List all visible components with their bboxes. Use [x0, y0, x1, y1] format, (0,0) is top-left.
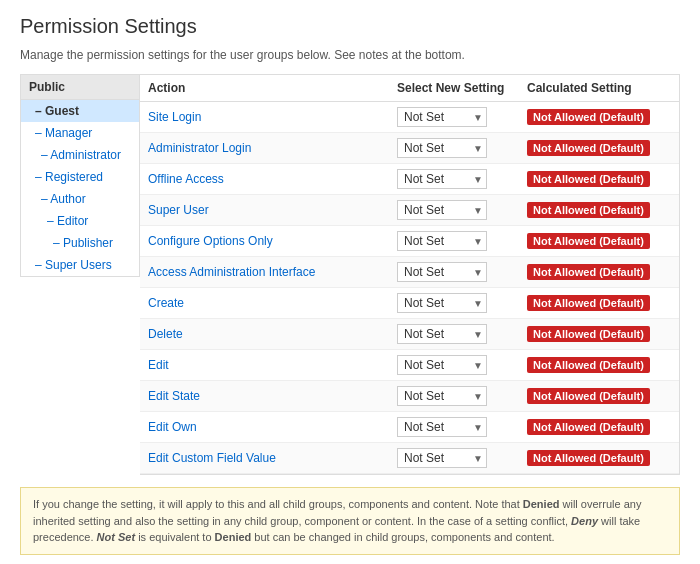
notice-box: If you change the setting, it will apply… — [20, 487, 680, 555]
calculated-setting: Not Allowed (Default) — [519, 226, 679, 257]
select-cell: Not SetInheritedAllowedDenied▼ — [389, 226, 519, 257]
select-cell: Not SetInheritedAllowedDenied▼ — [389, 288, 519, 319]
setting-select[interactable]: Not SetInheritedAllowedDenied — [397, 293, 487, 313]
select-cell: Not SetInheritedAllowedDenied▼ — [389, 257, 519, 288]
select-cell: Not SetInheritedAllowedDenied▼ — [389, 319, 519, 350]
column-header-0: Action — [140, 75, 389, 102]
sidebar-item-superusers[interactable]: – Super Users — [21, 254, 139, 276]
table-row: Edit StateNot SetInheritedAllowedDenied▼… — [140, 381, 679, 412]
select-cell: Not SetInheritedAllowedDenied▼ — [389, 164, 519, 195]
calculated-setting: Not Allowed (Default) — [519, 319, 679, 350]
sidebar-item-editor[interactable]: – Editor — [21, 210, 139, 232]
setting-select[interactable]: Not SetInheritedAllowedDenied — [397, 324, 487, 344]
sidebar-header: Public — [21, 75, 139, 100]
content-area: ActionSelect New SettingCalculated Setti… — [140, 74, 680, 475]
not-allowed-badge: Not Allowed (Default) — [527, 140, 650, 156]
action-label: Administrator Login — [140, 133, 389, 164]
select-cell: Not SetInheritedAllowedDenied▼ — [389, 195, 519, 226]
table-row: Edit Custom Field ValueNot SetInheritedA… — [140, 443, 679, 474]
not-allowed-badge: Not Allowed (Default) — [527, 450, 650, 466]
column-header-2: Calculated Setting — [519, 75, 679, 102]
not-allowed-badge: Not Allowed (Default) — [527, 357, 650, 373]
not-allowed-badge: Not Allowed (Default) — [527, 419, 650, 435]
permissions-table: ActionSelect New SettingCalculated Setti… — [140, 75, 679, 474]
setting-select[interactable]: Not SetInheritedAllowedDenied — [397, 262, 487, 282]
not-allowed-badge: Not Allowed (Default) — [527, 233, 650, 249]
not-allowed-badge: Not Allowed (Default) — [527, 388, 650, 404]
calculated-setting: Not Allowed (Default) — [519, 412, 679, 443]
calculated-setting: Not Allowed (Default) — [519, 350, 679, 381]
table-row: Administrator LoginNot SetInheritedAllow… — [140, 133, 679, 164]
column-header-1: Select New Setting — [389, 75, 519, 102]
main-layout: Public – Guest– Manager– Administrator– … — [20, 74, 680, 475]
sidebar-item-administrator[interactable]: – Administrator — [21, 144, 139, 166]
calculated-setting: Not Allowed (Default) — [519, 195, 679, 226]
action-label: Site Login — [140, 102, 389, 133]
calculated-setting: Not Allowed (Default) — [519, 102, 679, 133]
setting-select[interactable]: Not SetInheritedAllowedDenied — [397, 107, 487, 127]
select-cell: Not SetInheritedAllowedDenied▼ — [389, 133, 519, 164]
sidebar-item-manager[interactable]: – Manager — [21, 122, 139, 144]
action-label: Create — [140, 288, 389, 319]
setting-select[interactable]: Not SetInheritedAllowedDenied — [397, 386, 487, 406]
calculated-setting: Not Allowed (Default) — [519, 381, 679, 412]
calculated-setting: Not Allowed (Default) — [519, 164, 679, 195]
sidebar-item-author[interactable]: – Author — [21, 188, 139, 210]
table-row: EditNot SetInheritedAllowedDenied▼Not Al… — [140, 350, 679, 381]
setting-select[interactable]: Not SetInheritedAllowedDenied — [397, 200, 487, 220]
setting-select[interactable]: Not SetInheritedAllowedDenied — [397, 355, 487, 375]
page-description: Manage the permission settings for the u… — [20, 48, 680, 62]
not-allowed-badge: Not Allowed (Default) — [527, 264, 650, 280]
sidebar: Public – Guest– Manager– Administrator– … — [20, 74, 140, 277]
calculated-setting: Not Allowed (Default) — [519, 257, 679, 288]
page-container: Permission Settings Manage the permissio… — [0, 0, 700, 564]
table-row: DeleteNot SetInheritedAllowedDenied▼Not … — [140, 319, 679, 350]
action-label: Access Administration Interface — [140, 257, 389, 288]
table-row: Super UserNot SetInheritedAllowedDenied▼… — [140, 195, 679, 226]
table-row: Offline AccessNot SetInheritedAllowedDen… — [140, 164, 679, 195]
setting-select[interactable]: Not SetInheritedAllowedDenied — [397, 138, 487, 158]
select-cell: Not SetInheritedAllowedDenied▼ — [389, 381, 519, 412]
table-row: Edit OwnNot SetInheritedAllowedDenied▼No… — [140, 412, 679, 443]
select-cell: Not SetInheritedAllowedDenied▼ — [389, 350, 519, 381]
not-allowed-badge: Not Allowed (Default) — [527, 171, 650, 187]
select-cell: Not SetInheritedAllowedDenied▼ — [389, 443, 519, 474]
table-row: Site LoginNot SetInheritedAllowedDenied▼… — [140, 102, 679, 133]
action-label: Edit Custom Field Value — [140, 443, 389, 474]
table-row: Access Administration InterfaceNot SetIn… — [140, 257, 679, 288]
calculated-setting: Not Allowed (Default) — [519, 443, 679, 474]
not-allowed-badge: Not Allowed (Default) — [527, 295, 650, 311]
sidebar-item-publisher[interactable]: – Publisher — [21, 232, 139, 254]
page-title: Permission Settings — [20, 15, 680, 38]
not-allowed-badge: Not Allowed (Default) — [527, 326, 650, 342]
select-cell: Not SetInheritedAllowedDenied▼ — [389, 412, 519, 443]
action-label: Edit — [140, 350, 389, 381]
not-allowed-badge: Not Allowed (Default) — [527, 109, 650, 125]
setting-select[interactable]: Not SetInheritedAllowedDenied — [397, 231, 487, 251]
setting-select[interactable]: Not SetInheritedAllowedDenied — [397, 448, 487, 468]
action-label: Delete — [140, 319, 389, 350]
table-row: CreateNot SetInheritedAllowedDenied▼Not … — [140, 288, 679, 319]
action-label: Edit Own — [140, 412, 389, 443]
action-label: Offline Access — [140, 164, 389, 195]
calculated-setting: Not Allowed (Default) — [519, 288, 679, 319]
setting-select[interactable]: Not SetInheritedAllowedDenied — [397, 169, 487, 189]
sidebar-item-registered[interactable]: – Registered — [21, 166, 139, 188]
action-label: Configure Options Only — [140, 226, 389, 257]
action-label: Super User — [140, 195, 389, 226]
select-cell: Not SetInheritedAllowedDenied▼ — [389, 102, 519, 133]
calculated-setting: Not Allowed (Default) — [519, 133, 679, 164]
not-allowed-badge: Not Allowed (Default) — [527, 202, 650, 218]
action-label: Edit State — [140, 381, 389, 412]
sidebar-item-guest[interactable]: – Guest — [21, 100, 139, 122]
setting-select[interactable]: Not SetInheritedAllowedDenied — [397, 417, 487, 437]
table-row: Configure Options OnlyNot SetInheritedAl… — [140, 226, 679, 257]
